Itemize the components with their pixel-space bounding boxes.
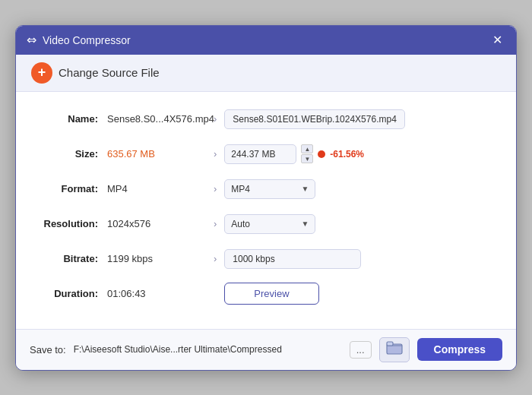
- resolution-arrow-icon: ›: [214, 218, 217, 229]
- name-label: Name:: [39, 113, 107, 125]
- save-path-value: F:\Aiseesoft Studio\Aise...rter Ultimate…: [74, 344, 342, 355]
- size-output-area: 244.37 MB ▲ ▼ -61.56%: [224, 144, 493, 164]
- titlebar: ⇔ Video Compressor ✕: [16, 26, 516, 55]
- spin-buttons: ▲ ▼: [301, 144, 313, 163]
- plus-icon: +: [31, 62, 52, 84]
- name-arrow-icon: ›: [214, 113, 217, 125]
- duration-row: Duration: 01:06:43 › Preview: [39, 282, 493, 306]
- size-input[interactable]: 244.37 MB: [224, 144, 296, 164]
- resolution-output-area: Auto ▼: [224, 214, 493, 234]
- open-folder-button[interactable]: [379, 337, 410, 362]
- format-output-area: MP4 ▼: [224, 179, 493, 199]
- red-dot-indicator: [318, 150, 325, 158]
- duration-output-area: Preview: [224, 283, 493, 305]
- format-dropdown-icon: ▼: [301, 185, 309, 193]
- size-arrow-icon: ›: [214, 148, 217, 160]
- more-options-button[interactable]: ...: [350, 341, 372, 359]
- bitrate-output-area: 1000 kbps: [224, 249, 493, 269]
- spin-up-button[interactable]: ▲: [301, 144, 313, 153]
- name-row: Name: Sense8.S0...4X576.mp4 › Sense8.S01…: [39, 107, 493, 131]
- footer: Save to: F:\Aiseesoft Studio\Aise...rter…: [16, 329, 516, 370]
- duration-value: 01:06:43: [107, 288, 206, 299]
- resolution-value: 1024x576: [107, 218, 206, 229]
- close-button[interactable]: ✕: [489, 33, 505, 48]
- content-area: Name: Sense8.S0...4X576.mp4 › Sense8.S01…: [16, 92, 516, 329]
- folder-icon: [386, 341, 403, 359]
- preview-button[interactable]: Preview: [224, 283, 318, 305]
- format-row: Format: MP4 › MP4 ▼: [39, 177, 493, 201]
- bitrate-arrow-icon: ›: [214, 253, 217, 264]
- main-window: ⇔ Video Compressor ✕ + Change Source Fil…: [15, 25, 517, 371]
- spin-down-button[interactable]: ▼: [301, 154, 313, 163]
- format-label: Format:: [39, 183, 107, 194]
- resolution-select-value: Auto: [231, 219, 250, 229]
- duration-label: Duration:: [39, 288, 107, 299]
- resolution-row: Resolution: 1024x576 › Auto ▼: [39, 212, 493, 236]
- titlebar-title: Video Compressor: [43, 34, 131, 46]
- size-percent: -61.56%: [330, 149, 364, 160]
- save-to-label: Save to:: [30, 344, 66, 356]
- titlebar-left: ⇔ Video Compressor: [27, 33, 131, 47]
- size-label: Size:: [39, 148, 107, 160]
- bitrate-label: Bitrate:: [39, 253, 107, 264]
- format-select[interactable]: MP4 ▼: [224, 179, 315, 199]
- name-output: Sense8.S01E01.WEBrip.1024X576.mp4: [224, 109, 404, 129]
- resolution-dropdown-icon: ▼: [301, 220, 309, 228]
- size-value: 635.67 MB: [107, 148, 206, 160]
- bitrate-value: 1199 kbps: [107, 253, 206, 264]
- resolution-select[interactable]: Auto ▼: [224, 214, 315, 234]
- format-value: MP4: [107, 183, 206, 194]
- toolbar: + Change Source File: [16, 55, 516, 92]
- name-output-area: Sense8.S01E01.WEBrip.1024X576.mp4: [224, 109, 493, 129]
- titlebar-icon: ⇔: [27, 33, 36, 47]
- size-input-group: 244.37 MB ▲ ▼ -61.56%: [224, 144, 364, 164]
- change-source-button[interactable]: + Change Source File: [31, 62, 160, 84]
- bitrate-output[interactable]: 1000 kbps: [224, 249, 361, 269]
- name-value: Sense8.S0...4X576.mp4: [107, 113, 206, 125]
- bitrate-row: Bitrate: 1199 kbps › 1000 kbps: [39, 247, 493, 271]
- svg-rect-1: [387, 342, 393, 346]
- change-source-label: Change Source File: [59, 66, 160, 79]
- size-row: Size: 635.67 MB › 244.37 MB ▲ ▼ -61.56%: [39, 142, 493, 166]
- resolution-label: Resolution:: [39, 218, 107, 229]
- format-select-value: MP4: [231, 184, 250, 194]
- compress-button[interactable]: Compress: [417, 338, 502, 361]
- format-arrow-icon: ›: [214, 183, 217, 194]
